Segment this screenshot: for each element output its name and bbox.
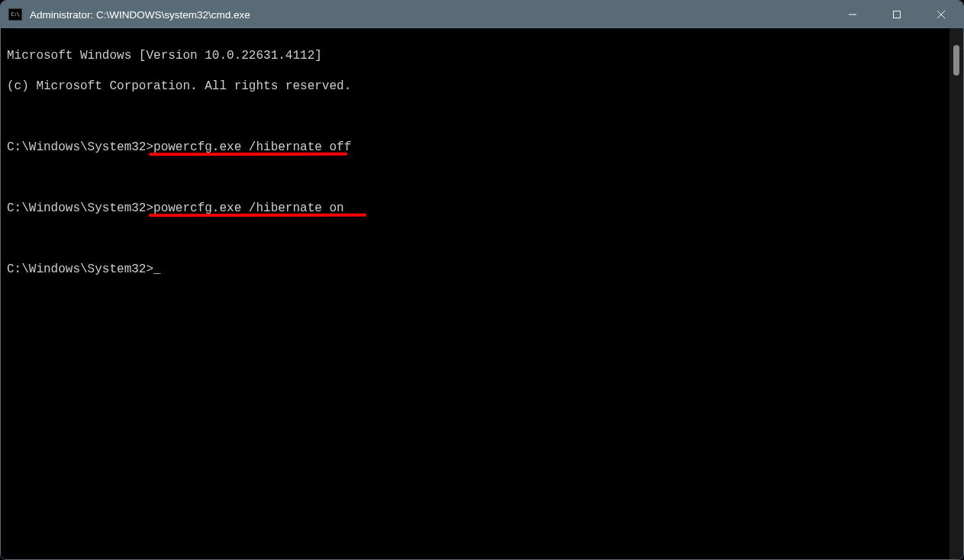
header-line: (c) Microsoft Corporation. All rights re… bbox=[7, 79, 943, 94]
command-line: C:\Windows\System32>powercfg.exe /hibern… bbox=[7, 201, 943, 216]
minimize-icon bbox=[848, 10, 857, 19]
maximize-button[interactable] bbox=[875, 1, 919, 28]
prompt: C:\Windows\System32> bbox=[7, 140, 153, 154]
maximize-icon bbox=[892, 10, 901, 19]
command-line: C:\Windows\System32>powercfg.exe /hibern… bbox=[7, 140, 943, 155]
prompt: C:\Windows\System32> bbox=[7, 262, 153, 276]
annotation-underline bbox=[149, 214, 366, 217]
blank-line bbox=[7, 109, 943, 124]
terminal: Microsoft Windows [Version 10.0.22631.41… bbox=[1, 28, 963, 559]
titlebar[interactable]: C:\ Administrator: C:\WINDOWS\system32\c… bbox=[1, 1, 963, 28]
svg-rect-1 bbox=[894, 11, 901, 18]
minimize-button[interactable] bbox=[830, 1, 875, 28]
blank-line bbox=[7, 170, 943, 185]
scrollbar-thumb[interactable] bbox=[953, 45, 959, 76]
annotation-underline bbox=[149, 153, 347, 156]
cmd-icon: C:\ bbox=[8, 8, 22, 21]
prompt-line: C:\Windows\System32>_ bbox=[7, 262, 943, 277]
cmd-window: C:\ Administrator: C:\WINDOWS\system32\c… bbox=[0, 0, 964, 560]
close-button[interactable] bbox=[919, 1, 963, 28]
terminal-output[interactable]: Microsoft Windows [Version 10.0.22631.41… bbox=[1, 28, 949, 559]
window-controls bbox=[830, 1, 963, 28]
window-title: Administrator: C:\WINDOWS\system32\cmd.e… bbox=[30, 9, 830, 21]
cursor: _ bbox=[153, 262, 161, 276]
blank-line bbox=[7, 231, 943, 246]
header-line: Microsoft Windows [Version 10.0.22631.41… bbox=[7, 48, 943, 63]
scrollbar[interactable] bbox=[949, 28, 963, 559]
prompt: C:\Windows\System32> bbox=[7, 201, 153, 215]
close-icon bbox=[937, 10, 946, 19]
